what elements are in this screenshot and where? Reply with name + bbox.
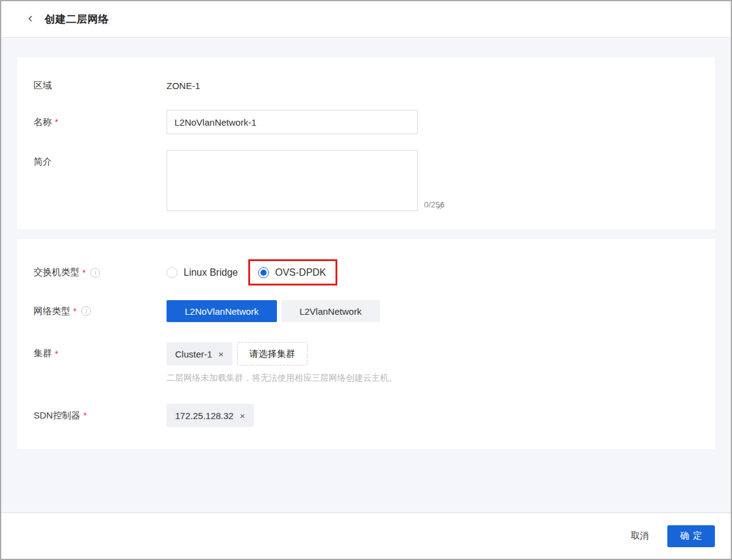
resize-handle-icon[interactable]	[437, 203, 443, 209]
required-asterisk: *	[55, 349, 58, 359]
zone-label: 区域	[34, 80, 167, 92]
select-cluster-button[interactable]: 请选择集群	[237, 342, 307, 365]
cluster-row: 集群 * Cluster-1 × 请选择集群 二层网络未加载集群，将无法使用相应…	[34, 342, 698, 384]
name-input[interactable]	[167, 110, 418, 134]
remove-cluster-icon[interactable]: ×	[218, 350, 224, 359]
switch-type-row: 交换机类型 * i Linux Bridge OVS-DPDK	[34, 259, 698, 285]
radio-label: OVS-DPDK	[275, 267, 326, 278]
radio-circle-icon	[167, 267, 178, 278]
name-label: 名称 *	[34, 117, 167, 128]
description-label: 简介	[34, 150, 167, 168]
radio-label: Linux Bridge	[184, 267, 238, 278]
ovs-dpdk-highlight-box: OVS-DPDK	[248, 259, 337, 285]
radio-selected-icon	[258, 267, 269, 278]
required-asterisk: *	[84, 411, 87, 420]
remove-sdn-controller-icon[interactable]: ×	[240, 411, 245, 420]
info-icon[interactable]: i	[90, 268, 100, 278]
sdn-controller-tag: 172.25.128.32 ×	[167, 404, 254, 427]
network-type-l2novlan-button[interactable]: L2NoVlanNetwork	[167, 300, 277, 322]
sdn-controller-tag-label: 172.25.128.32	[175, 411, 234, 421]
network-type-label: 网络类型 * i	[34, 306, 167, 317]
cluster-tag-row: Cluster-1 × 请选择集群	[167, 342, 397, 365]
required-asterisk: *	[55, 117, 58, 127]
cluster-field: Cluster-1 × 请选择集群 二层网络未加载集群，将无法使用相应三层网络创…	[167, 342, 397, 384]
network-settings-card: 交换机类型 * i Linux Bridge OVS-DPDK	[17, 239, 715, 449]
form-content: 区域 ZONE-1 名称 * 简介 0/256	[1, 38, 731, 512]
radio-option-linux-bridge[interactable]: Linux Bridge	[167, 267, 238, 278]
description-field-wrap: 0/256	[167, 150, 445, 211]
zone-row: 区域 ZONE-1	[34, 79, 698, 92]
network-type-l2vlan-button[interactable]: L2VlanNetwork	[281, 300, 380, 322]
cluster-label: 集群 *	[34, 342, 167, 359]
basic-info-card: 区域 ZONE-1 名称 * 简介 0/256	[17, 57, 715, 229]
create-l2-network-page: ‹ 创建二层网络 区域 ZONE-1 名称 * 简介	[0, 0, 732, 560]
description-row: 简介 0/256	[34, 150, 698, 211]
network-type-row: 网络类型 * i L2NoVlanNetwork L2VlanNetwork	[34, 300, 698, 322]
page-header: ‹ 创建二层网络	[1, 1, 731, 38]
page-title: 创建二层网络	[45, 12, 109, 26]
back-icon[interactable]: ‹	[26, 12, 35, 25]
confirm-button[interactable]: 确定	[667, 525, 715, 547]
radio-option-ovs-dpdk[interactable]: OVS-DPDK	[258, 267, 326, 278]
info-icon[interactable]: i	[81, 306, 91, 316]
page-footer: 取消 确定	[1, 512, 731, 559]
description-textarea[interactable]	[167, 150, 418, 211]
sdn-controller-label: SDN控制器 *	[34, 410, 167, 422]
cluster-tag-label: Cluster-1	[175, 349, 212, 359]
required-asterisk: *	[73, 306, 76, 316]
sdn-controller-row: SDN控制器 * 172.25.128.32 ×	[34, 404, 698, 427]
zone-value: ZONE-1	[167, 81, 200, 91]
required-asterisk: *	[82, 268, 85, 278]
switch-type-radio-group: Linux Bridge OVS-DPDK	[167, 259, 337, 285]
switch-type-label: 交换机类型 * i	[34, 267, 167, 278]
name-row: 名称 *	[34, 110, 698, 134]
cluster-tag: Cluster-1 ×	[167, 342, 232, 365]
network-type-segmented-control: L2NoVlanNetwork L2VlanNetwork	[167, 300, 380, 322]
cluster-hint-text: 二层网络未加载集群，将无法使用相应三层网络创建云主机。	[167, 373, 397, 384]
cancel-button[interactable]: 取消	[631, 530, 649, 542]
